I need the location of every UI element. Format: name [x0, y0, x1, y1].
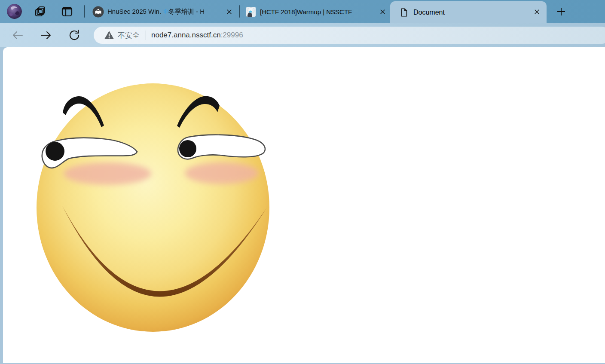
avatar-image-icon [7, 4, 22, 19]
pupil-right [179, 140, 196, 157]
navigation-toolbar: 不安全 node7.anna.nssctf.cn:29996 [0, 23, 605, 47]
close-icon [533, 8, 541, 16]
snowflake-icon: ❄ [163, 8, 168, 15]
back-button[interactable] [11, 29, 24, 42]
arrow-left-icon [11, 29, 24, 42]
url-text: node7.anna.nssctf.cn:29996 [151, 31, 243, 40]
not-secure-warning-icon [104, 31, 114, 40]
workspaces-button[interactable] [34, 6, 46, 18]
page-content [3, 47, 605, 363]
profile-avatar[interactable] [7, 4, 22, 19]
tab-strip-divider [239, 5, 240, 18]
window-frame [0, 47, 605, 364]
url-host: node7.anna.nssctf.cn [151, 31, 221, 39]
tab-nssctf[interactable]: [HCTF 2018]Warmup | NSSCTF [243, 0, 374, 23]
refresh-button[interactable] [68, 29, 81, 42]
refresh-icon [68, 29, 81, 42]
tab-layout-button[interactable] [61, 6, 73, 18]
tab-close-button[interactable] [532, 7, 541, 16]
tab-bar: HnuSec 2025 Win. ❄冬季培训 - H [HCTF 2018]Wa… [0, 0, 605, 23]
close-icon [379, 8, 387, 16]
arrow-right-icon [40, 29, 52, 42]
tab-close-button[interactable] [378, 7, 387, 16]
nssctf-anime-icon [246, 7, 256, 17]
blush-right [185, 162, 259, 184]
browser-window: HnuSec 2025 Win. ❄冬季培训 - H [HCTF 2018]Wa… [0, 0, 605, 364]
address-divider [146, 31, 146, 40]
tab-strip-divider [84, 5, 85, 18]
new-tab-button[interactable] [555, 6, 567, 18]
document-icon [399, 8, 409, 17]
layered-squares-icon [34, 6, 46, 17]
tab-title: [HCTF 2018]Warmup | NSSCTF [260, 8, 352, 15]
tab-hnusec[interactable]: HnuSec 2025 Win. ❄冬季培训 - H [88, 0, 236, 23]
url-port: :29996 [221, 31, 243, 39]
address-bar[interactable]: 不安全 node7.anna.nssctf.cn:29996 [94, 27, 605, 44]
book-circle-icon [92, 6, 104, 18]
blush-left [64, 162, 151, 185]
tab-close-button[interactable] [224, 7, 234, 16]
not-secure-label: 不安全 [118, 31, 140, 40]
plus-icon [556, 6, 567, 17]
tab-title: 冬季培训 - H [168, 8, 205, 15]
window-pane-icon [61, 6, 73, 17]
pupil-left [46, 142, 64, 161]
close-icon [225, 8, 233, 16]
tab-title: Document [413, 9, 445, 16]
tab-title: HnuSec 2025 Win. [107, 8, 163, 15]
forward-button[interactable] [40, 29, 52, 42]
smiley-face-image [37, 82, 271, 333]
tab-document-active[interactable]: Document [390, 1, 547, 23]
